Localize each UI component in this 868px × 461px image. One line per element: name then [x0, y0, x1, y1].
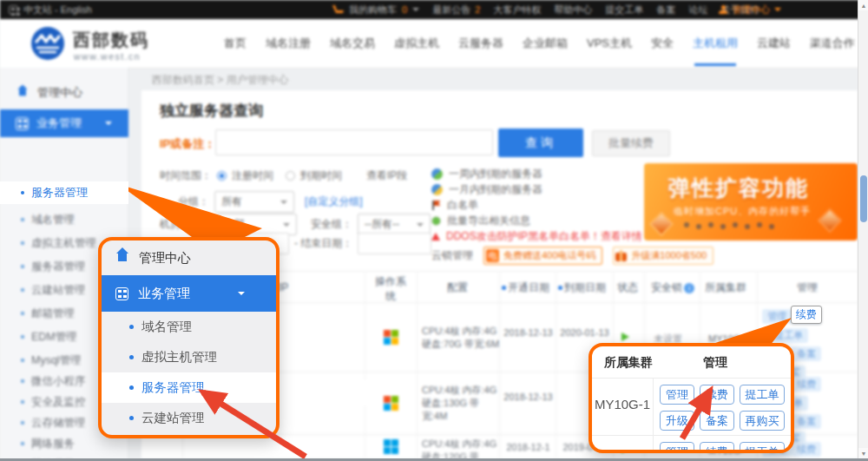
nav-domain-reg[interactable]: 域名注册: [266, 36, 311, 51]
status-running-icon: [621, 333, 629, 341]
popup-col-cluster: 所属集群: [604, 355, 653, 371]
nav-channel[interactable]: 渠道合作: [810, 36, 855, 51]
upgrade-badge[interactable]: 升级满1000省500: [613, 247, 713, 265]
cart-icon[interactable]: [332, 5, 344, 14]
col-header-open[interactable]: 开通日期: [502, 280, 549, 295]
cloudlock-label[interactable]: 云锁管理: [431, 248, 473, 263]
cart-caret-icon[interactable]: [412, 8, 419, 11]
brand-name[interactable]: 西部数码: [73, 29, 149, 52]
col-header-expire[interactable]: 到期日期: [558, 280, 606, 295]
scroll-down-icon[interactable]: ▼: [858, 448, 868, 458]
custom-group-link[interactable]: [自定义分组]: [305, 194, 363, 209]
page-title: 独立服务器查询: [160, 101, 263, 121]
select-caret-icon: [283, 223, 290, 227]
topbar-notice[interactable]: 最新公告: [432, 3, 470, 16]
batch-renew-button[interactable]: 批量续费: [592, 130, 670, 156]
sort-icon[interactable]: [502, 286, 506, 290]
popup-ticket-button[interactable]: 提工单: [740, 385, 785, 405]
brand-logo-icon[interactable]: [31, 27, 64, 60]
business-grid-icon: [115, 287, 128, 300]
nav-cloud-site[interactable]: 云建站: [757, 36, 791, 51]
renew-button-highlighted[interactable]: 续费: [791, 306, 822, 324]
bullet-icon: [129, 355, 134, 359]
bullet-icon: [21, 335, 24, 339]
scrollbar-thumb[interactable]: [860, 175, 867, 222]
group-select[interactable]: 所有: [214, 191, 294, 213]
nav-security[interactable]: 安全: [651, 36, 674, 51]
phone-gift-badge[interactable]: 电 免费赠送400电话号码: [483, 247, 602, 265]
sidebar-group-business[interactable]: 业务管理: [36, 115, 82, 131]
nav-email[interactable]: 企业邮箱: [523, 36, 568, 51]
action-renew[interactable]: 续费: [792, 377, 821, 392]
nav-home[interactable]: 首页: [224, 36, 247, 51]
breadcrumb-home[interactable]: 西部数码首页: [152, 74, 214, 86]
security-group-label: 安全组：: [311, 217, 352, 232]
promo-banner[interactable]: 弹性扩容功能 临时增加CPU、内存的好帮手: [644, 163, 858, 240]
col-header-os: 操作系统: [374, 274, 407, 304]
warning-icon: [431, 233, 440, 240]
radio-register-time[interactable]: [217, 171, 227, 181]
open-date: 2018-12-1: [503, 441, 553, 454]
expire-date: 2020-01-13: [560, 326, 609, 339]
ip-search-input[interactable]: [215, 129, 493, 155]
topbar-link-ticket[interactable]: 提交工单: [605, 3, 643, 16]
nav-domain-trade[interactable]: 域名交易: [330, 36, 375, 51]
popup-ticket-button-partial[interactable]: 提工单: [740, 442, 785, 453]
banner-deco-dot: [684, 222, 689, 227]
radio-register-label[interactable]: 注册时间: [232, 168, 273, 183]
sidebar-item-server-active[interactable]: 服务器管理: [0, 181, 128, 204]
nav-host-rental-active[interactable]: 主机租用: [693, 36, 738, 51]
bullet-icon: [21, 379, 24, 383]
topbar-link-forum[interactable]: 论坛: [688, 3, 707, 16]
open-date: 2018-12-13: [503, 326, 553, 339]
popup-menu-home[interactable]: 管理中心: [102, 240, 276, 275]
nav-cloud-server[interactable]: 云服务器: [458, 36, 503, 51]
radio-expire-label[interactable]: 到期时间: [300, 168, 342, 183]
view-ip-option[interactable]: 查看IP段: [366, 168, 407, 183]
manage-callout-popup: 所属集群 管理 MY10G-1 管理 续费 提工单 升级 备案 再购买 管理 续…: [589, 343, 794, 453]
action-manage[interactable]: 管理: [762, 309, 792, 324]
nav-virtual-host[interactable]: 虚拟主机: [394, 36, 439, 51]
popup-menu-item-vhost[interactable]: 虚拟主机管理: [102, 342, 276, 372]
os-windows-blue-icon: [384, 439, 398, 454]
bullet-icon: [129, 385, 134, 390]
topbar-link-help[interactable]: 帮助中心: [554, 3, 592, 16]
radio-expire-time[interactable]: [286, 171, 295, 181]
action-renew[interactable]: 续费: [792, 442, 821, 457]
select-caret-icon: [417, 223, 424, 227]
brand-site: www.west.cn: [74, 51, 141, 62]
popup-renew-button[interactable]: 续费: [700, 385, 734, 405]
popup-renew-button-partial[interactable]: 续费: [700, 442, 734, 453]
vertical-scrollbar[interactable]: ▲ ▼: [858, 0, 868, 461]
sidebar-item-domain[interactable]: 域名管理: [0, 208, 128, 231]
info-icon[interactable]: i: [684, 283, 694, 293]
action-beian[interactable]: 备案: [792, 414, 821, 429]
banner-deco-dot: [708, 222, 713, 227]
popup-menu-business-group[interactable]: 业务管理: [102, 275, 276, 312]
sort-icon[interactable]: [558, 286, 562, 290]
topbar-link-beian[interactable]: 备案: [656, 3, 675, 16]
popup-menu-item-server-active[interactable]: 服务器管理: [102, 372, 276, 403]
sidebar-item-home[interactable]: 管理中心: [37, 85, 82, 101]
popup-beian-button[interactable]: 备案: [700, 411, 734, 431]
locale-switch[interactable]: 中文站 - English: [23, 3, 92, 16]
popup-upgrade-button[interactable]: 升级: [660, 411, 694, 431]
account-caret-icon[interactable]: [774, 8, 781, 11]
bullet-icon: [21, 359, 24, 362]
topbar-link-vip[interactable]: 大客户特权: [493, 3, 541, 16]
search-button[interactable]: 查询: [498, 128, 583, 157]
popup-manage-button[interactable]: 管理: [660, 385, 694, 405]
end-date-input[interactable]: [358, 233, 431, 254]
popup-manage-button-partial[interactable]: 管理: [660, 442, 694, 453]
popup-rebuy-button[interactable]: 再购买: [740, 411, 785, 431]
nav-vps[interactable]: VPS主机: [587, 36, 632, 51]
action-ticket[interactable]: 提工单: [769, 328, 808, 343]
popup-menu-item-cloudsite[interactable]: 云建站管理: [102, 403, 276, 433]
ddos-link[interactable]: DDOS攻击防护IP黑名单白名单！查看详情: [446, 229, 642, 244]
account-menu[interactable]: 管理中心: [732, 3, 770, 16]
action-beian[interactable]: 备案: [792, 346, 821, 361]
popup-cluster-value: MY10G-1: [592, 397, 653, 412]
popup-menu-item-domain[interactable]: 域名管理: [102, 312, 276, 342]
scroll-up-icon[interactable]: ▲: [858, 0, 868, 10]
cart-link[interactable]: 我的购物车: [349, 3, 397, 16]
